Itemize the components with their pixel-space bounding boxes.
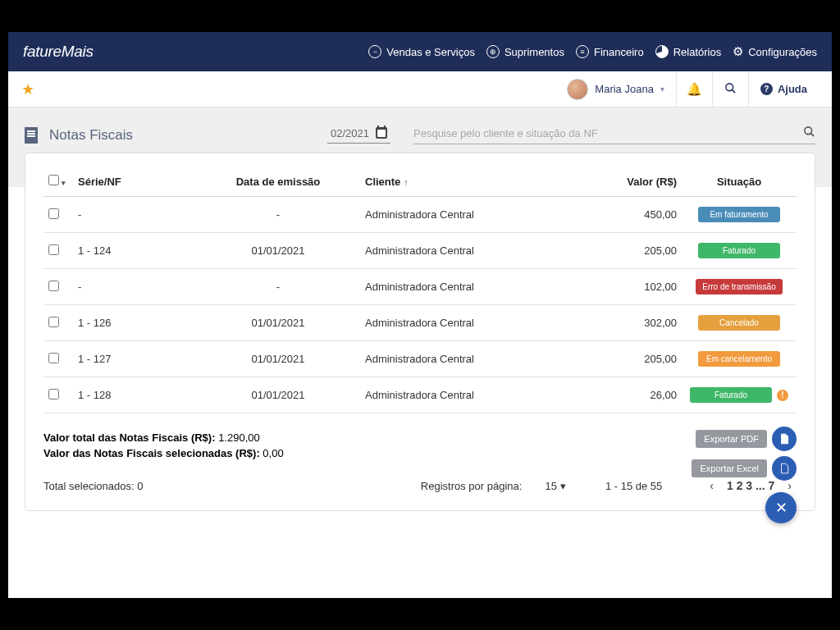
status-badge: Faturado [698, 243, 780, 258]
search-icon[interactable] [803, 126, 815, 140]
table-row: --Administradora Central102,00Erro de tr… [43, 269, 797, 305]
excel-file-icon[interactable] [772, 456, 797, 481]
table-row: 1 - 12701/01/2021Administradora Central2… [43, 341, 797, 377]
selected-count: Total selecionados: 0 [43, 480, 143, 492]
col-cliente[interactable]: Cliente↑ [360, 167, 583, 197]
table-row: 1 - 12801/01/2021Administradora Central2… [43, 377, 797, 413]
nav-label: Relatórios [673, 46, 722, 58]
total-nf: Valor total das Notas Fiscais (R$): 1.29… [43, 431, 797, 444]
nav-label: Suprimentos [504, 46, 564, 58]
cell-data: 01/01/2021 [196, 305, 360, 341]
rpp-label: Registros por página: [421, 480, 523, 492]
brand-logo: fatureMais [23, 43, 94, 61]
row-checkbox[interactable] [48, 389, 59, 399]
cell-valor: 205,00 [583, 233, 682, 269]
pager-row: Total selecionados: 0 Registros por pági… [43, 477, 797, 494]
search-icon [724, 82, 737, 97]
chevron-down-icon: ▾ [560, 480, 566, 492]
cell-cliente: Administradora Central [360, 341, 583, 377]
question-circle-icon: ? [760, 83, 773, 95]
cell-status: Em cancelamento [682, 341, 797, 377]
pie-chart-icon [655, 45, 669, 58]
close-fab[interactable]: ✕ [765, 492, 797, 523]
cell-data: 01/01/2021 [196, 341, 360, 377]
chevron-down-icon: ▾ [660, 84, 664, 94]
search-field [413, 126, 815, 144]
cell-data: 01/01/2021 [196, 377, 360, 413]
chevron-down-icon[interactable]: ▾ [62, 179, 66, 187]
col-valor[interactable]: Valor (R$) [583, 167, 682, 197]
pdf-file-icon[interactable] [772, 427, 797, 451]
rpp-select[interactable]: 15 ▾ [545, 480, 565, 492]
table-row: --Administradora Central450,00Em faturam… [43, 197, 797, 233]
page-title: Notas Fiscais [49, 127, 133, 144]
col-data[interactable]: Data de emissão [196, 167, 360, 197]
nav-suprimentos[interactable]: ⊕ Suprimentos [486, 45, 564, 58]
export-column: Exportar PDF Exportar Excel ✕ [692, 427, 797, 523]
svg-point-0 [726, 83, 733, 90]
cell-cliente: Administradora Central [360, 377, 583, 413]
status-badge: Em faturamento [698, 207, 780, 222]
page-range: 1 - 15 de 55 [605, 480, 662, 492]
user-menu[interactable]: Maria Joana ▾ [555, 71, 676, 107]
calendar-icon [376, 127, 387, 139]
date-value: 02/2021 [331, 127, 369, 139]
total-selected-nf: Valor das Notas Fiscais selecionadas (R$… [43, 447, 797, 459]
nav-relatorios[interactable]: Relatórios [655, 45, 722, 58]
export-excel-button[interactable]: Exportar Excel [692, 459, 767, 477]
cell-valor: 26,00 [583, 377, 682, 413]
row-checkbox[interactable] [48, 281, 59, 291]
help-button[interactable]: ? Ajuda [748, 71, 819, 107]
help-label: Ajuda [778, 83, 807, 95]
cell-valor: 205,00 [583, 341, 682, 377]
nav-configuracoes[interactable]: ⚙ Configurações [733, 44, 817, 59]
cell-valor: 302,00 [583, 305, 682, 341]
select-all-checkbox[interactable] [48, 175, 59, 185]
invoice-table: ▾ Série/NF Data de emissão Cliente↑ Valo… [43, 167, 797, 413]
svg-line-1 [732, 89, 735, 93]
status-badge: Cancelado [698, 315, 780, 331]
search-input[interactable] [413, 127, 797, 139]
nav-label: Financeiro [594, 46, 644, 58]
cell-cliente: Administradora Central [360, 233, 583, 269]
cell-serie: - [73, 197, 196, 233]
row-checkbox[interactable] [48, 353, 59, 363]
notifications-button[interactable]: 🔔 [676, 71, 712, 107]
document-icon [25, 127, 38, 144]
row-checkbox[interactable] [48, 244, 59, 255]
table-row: 1 - 12601/01/2021Administradora Central3… [43, 305, 797, 341]
row-checkbox[interactable] [48, 317, 59, 327]
cell-cliente: Administradora Central [360, 197, 583, 233]
status-badge: Em cancelamento [698, 351, 780, 367]
cell-status: Em faturamento [682, 197, 797, 233]
table-row: 1 - 12401/01/2021Administradora Central2… [43, 233, 797, 269]
cell-serie: 1 - 124 [73, 233, 196, 269]
avatar [567, 79, 588, 100]
nav-financeiro[interactable]: ≡ Financeiro [576, 45, 644, 58]
warning-icon[interactable]: ! [777, 390, 788, 401]
brand-name: fatureMais [23, 43, 94, 60]
cell-status: Faturado [682, 233, 797, 269]
cell-serie: - [73, 269, 196, 305]
col-serie[interactable]: Série/NF [73, 167, 196, 197]
minus-circle-icon: − [368, 45, 381, 58]
svg-line-3 [810, 133, 814, 136]
cell-cliente: Administradora Central [360, 269, 583, 305]
top-nav: fatureMais − Vendas e Serviços ⊕ Suprime… [8, 32, 832, 71]
cell-status: Erro de transmissão [682, 269, 797, 305]
nav-label: Configurações [748, 46, 817, 58]
cell-serie: 1 - 128 [73, 377, 196, 413]
search-button[interactable] [712, 71, 748, 107]
status-badge: Erro de transmissão [696, 279, 782, 294]
second-bar: ★ Maria Joana ▾ 🔔 ? Ajuda [8, 71, 832, 107]
nav-vendas[interactable]: − Vendas e Serviços [368, 45, 475, 58]
cell-status: Cancelado [682, 305, 797, 341]
date-filter[interactable]: 02/2021 [327, 127, 390, 144]
col-situacao[interactable]: Situação [682, 167, 797, 197]
row-checkbox[interactable] [48, 208, 59, 219]
invoice-card: ▾ Série/NF Data de emissão Cliente↑ Valo… [25, 153, 815, 511]
export-pdf-button[interactable]: Exportar PDF [696, 430, 767, 448]
star-icon[interactable]: ★ [21, 80, 34, 98]
globe-icon: ⊕ [486, 45, 500, 58]
nav-label: Vendas e Serviços [386, 46, 475, 58]
